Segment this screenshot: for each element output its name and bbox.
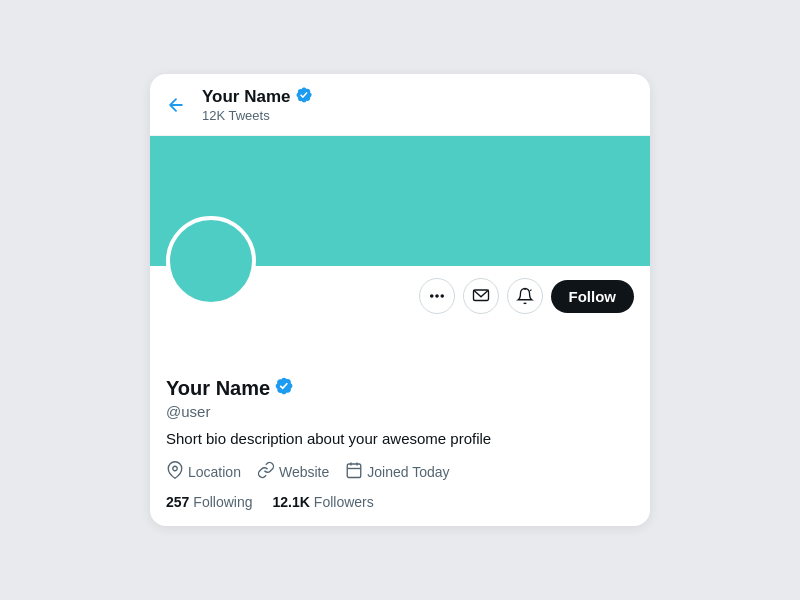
header-tweets-count: 12K Tweets bbox=[202, 108, 313, 123]
following-label: Following bbox=[193, 494, 252, 510]
profile-name: Your Name bbox=[166, 376, 634, 401]
header-bar: Your Name 12K Tweets bbox=[150, 74, 650, 136]
svg-line-5 bbox=[530, 290, 531, 291]
svg-rect-7 bbox=[348, 464, 362, 478]
website-meta: Website bbox=[257, 461, 329, 482]
location-icon bbox=[166, 461, 184, 482]
profile-info: Your Name @user Short bio description ab… bbox=[166, 326, 634, 510]
more-button[interactable] bbox=[419, 278, 455, 314]
avatar bbox=[166, 216, 256, 306]
svg-point-0 bbox=[430, 295, 432, 297]
back-button[interactable] bbox=[166, 95, 186, 115]
notification-button[interactable] bbox=[507, 278, 543, 314]
profile-meta: Location Website bbox=[166, 461, 634, 482]
header-name-text: Your Name bbox=[202, 87, 291, 107]
svg-point-6 bbox=[173, 466, 178, 471]
following-stat[interactable]: 257 Following bbox=[166, 494, 253, 510]
profile-stats: 257 Following 12.1K Followers bbox=[166, 494, 634, 510]
message-button[interactable] bbox=[463, 278, 499, 314]
followers-count: 12.1K bbox=[273, 494, 310, 510]
link-icon bbox=[257, 461, 275, 482]
following-count: 257 bbox=[166, 494, 189, 510]
profile-section: Follow Your Name @user Short bio descrip… bbox=[150, 266, 650, 510]
header-name: Your Name bbox=[202, 86, 313, 108]
location-meta: Location bbox=[166, 461, 241, 482]
calendar-icon bbox=[345, 461, 363, 482]
followers-label: Followers bbox=[314, 494, 374, 510]
svg-point-1 bbox=[435, 295, 437, 297]
profile-name-text: Your Name bbox=[166, 377, 270, 400]
header-verified-badge bbox=[295, 86, 313, 108]
profile-verified-badge bbox=[274, 376, 294, 401]
follow-button[interactable]: Follow bbox=[551, 280, 635, 313]
svg-point-2 bbox=[441, 295, 443, 297]
location-text: Location bbox=[188, 464, 241, 480]
header-info: Your Name 12K Tweets bbox=[202, 86, 313, 123]
website-text: Website bbox=[279, 464, 329, 480]
profile-card: Your Name 12K Tweets bbox=[150, 74, 650, 526]
joined-meta: Joined Today bbox=[345, 461, 449, 482]
followers-stat[interactable]: 12.1K Followers bbox=[273, 494, 374, 510]
joined-text: Joined Today bbox=[367, 464, 449, 480]
profile-bio: Short bio description about your awesome… bbox=[166, 428, 634, 449]
profile-handle: @user bbox=[166, 403, 634, 420]
